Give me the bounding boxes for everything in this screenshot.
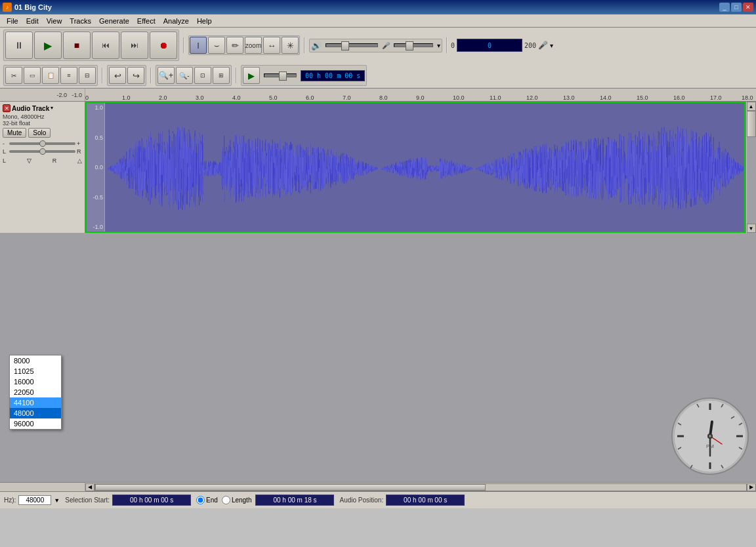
end-value-field[interactable]: 00 h 00 m 18 s [255,495,334,506]
menu-edit[interactable]: Edit [22,16,43,26]
sample-rate-dropdown-arrow[interactable]: ▼ [54,497,60,504]
sample-rate-dropdown-list[interactable]: 8000 11025 16000 22050 44100 48000 96000 [9,355,62,430]
option-48000[interactable]: 48000 [10,408,61,418]
track-info-line2: 32-bit float [3,120,82,127]
menu-generate[interactable]: Generate [95,16,133,26]
play-button[interactable]: ▶ [34,31,62,59]
end-radio[interactable]: End [196,496,218,504]
skip-end-button[interactable]: ⏭ [121,31,148,59]
undo-button[interactable]: ↩ [109,67,126,84]
multi-tool-button[interactable]: ✳ [282,37,299,54]
menu-file[interactable]: File [3,16,22,26]
option-8000[interactable]: 8000 [10,355,61,366]
silence-button[interactable]: ▭ [24,67,41,84]
track-info: Mono, 48000Hz 32-bit float [3,113,82,127]
envelope-tool-button[interactable]: ⌣ [208,37,225,54]
playback-pos-display: 00 h 00 m 00 s [301,70,365,81]
toolbar-row-2: ✂ ▭ 📋 ≡ ⊟ ↩ ↪ 🔍+ 🔍- ⊡ ⊞ ▶ 00 h 00 m 00 s [0,63,756,88]
ruler-mark-16: 16.0 [673,94,685,101]
menu-analyze[interactable]: Analyze [159,16,193,26]
maximize-button[interactable]: □ [731,3,742,12]
timeshift-tool-button[interactable]: ↔ [263,37,280,54]
close-button[interactable]: ✕ [743,3,753,12]
play-at-speed-button[interactable]: ▶ [243,67,260,84]
redo-button[interactable]: ↪ [127,67,144,84]
option-11025[interactable]: 11025 [10,366,61,376]
end-radio-input[interactable] [196,496,205,504]
option-44100[interactable]: 44100 [10,397,61,408]
menu-help[interactable]: Help [193,16,216,26]
option-22050[interactable]: 22050 [10,387,61,397]
audio-position-field[interactable]: 00 h 00 m 00 s [386,495,465,506]
svg-point-19 [709,435,711,437]
end-radio-label: End [206,496,218,504]
waveform-area[interactable]: 1.0 0.5 0.0 -0.5 -1.0 [85,102,746,233]
title-bar-left: ♪ 01 Big City [3,3,52,12]
selection-tool-button[interactable]: I [190,37,207,54]
option-96000[interactable]: 96000 [10,418,61,429]
selection-start-group: Selection Start: 00 h 00 m 00 s [65,495,191,506]
sample-rate-display: 48000 [18,495,51,505]
scroll-right-button[interactable]: ▶ [747,483,756,491]
y-label-0.0: 0.0 [88,164,103,171]
length-radio[interactable]: Length [222,496,252,504]
separator-3 [446,37,448,53]
selection-start-field[interactable]: 00 h 00 m 00 s [112,495,191,506]
scrollbar-thumb[interactable] [95,484,486,491]
zoom-fit-button[interactable]: ⊡ [194,67,211,84]
ruler-mark-4: 4.0 [232,94,241,101]
paste-button[interactable]: 📋 [42,67,59,84]
svg-text:PM: PM [706,443,714,449]
stop-button[interactable]: ■ [63,31,91,59]
ruler-mark-1: 1.0 [122,94,131,101]
solo-button[interactable]: Solo [28,128,51,138]
ruler-mark-7: 7.0 [343,94,351,101]
waveform-canvas[interactable] [106,103,746,233]
audio-position-label: Audio Position: [339,496,383,504]
mute-button[interactable]: Mute [3,128,26,138]
ruler-mark-12: 12.0 [526,94,538,101]
align-button[interactable]: ⊟ [79,67,96,84]
menu-effect[interactable]: Effect [133,16,159,26]
pause-button[interactable]: ⏸ [5,31,33,59]
menu-tracks[interactable]: Tracks [66,16,95,26]
mic-dropdown-arrow[interactable]: ▾ [437,42,440,49]
transport-section: ⏸ ▶ ■ ⏮ ⏭ ⏺ [3,30,179,61]
pan-slider[interactable] [9,150,75,153]
track-collapse-icon[interactable]: ▽ [27,157,32,164]
scroll-up-button[interactable]: ▲ [747,102,756,111]
scroll-track[interactable] [747,111,756,224]
ruler-mark-0: 0 [85,94,89,101]
zoom-out-button[interactable]: 🔍- [176,67,193,84]
normalize-button[interactable]: ≡ [60,67,77,84]
menu-view[interactable]: View [43,16,66,26]
draw-tool-button[interactable]: ✏ [226,37,243,54]
track-close-button[interactable]: ✕ [3,104,10,112]
scroll-thumb[interactable] [747,111,756,137]
volume-slider[interactable] [9,142,75,145]
scroll-left-button[interactable]: ◀ [85,483,94,491]
play-speed-slider[interactable] [264,73,297,77]
playback-volume-slider[interactable] [326,43,378,47]
trim-button[interactable]: ✂ [5,67,22,84]
timeline-left-space: -2.0 -1.0 [0,89,85,101]
zoom-tool-button[interactable]: zoom [245,37,262,54]
scrollbar-left-space [0,483,85,491]
mic-dropdown-2[interactable]: ▾ [550,42,553,49]
option-16000[interactable]: 16000 [10,376,61,387]
zoom-sel-button[interactable]: ⊞ [213,67,230,84]
timeline-neg-labels: -2.0 -1.0 [56,92,82,98]
zoom-in-button[interactable]: 🔍+ [158,67,175,84]
length-radio-input[interactable] [222,496,230,504]
record-volume-slider[interactable] [394,43,433,47]
track-dropdown-button[interactable]: ▾ [51,105,57,111]
status-bar: Hz): 48000 ▼ Selection Start: 00 h 00 m … [0,491,756,508]
record-button[interactable]: ⏺ [150,31,177,59]
skip-start-button[interactable]: ⏮ [92,31,119,59]
minimize-button[interactable]: _ [719,3,730,12]
scroll-down-button[interactable]: ▼ [747,224,756,233]
scrollbar-track[interactable] [94,483,747,491]
playback-pos-section: ▶ 00 h 00 m 00 s [241,65,367,86]
sample-rate-value: 48000 [26,496,44,504]
track-panel: ✕ Audio Track ▾ Mono, 48000Hz 32-bit flo… [0,102,85,233]
